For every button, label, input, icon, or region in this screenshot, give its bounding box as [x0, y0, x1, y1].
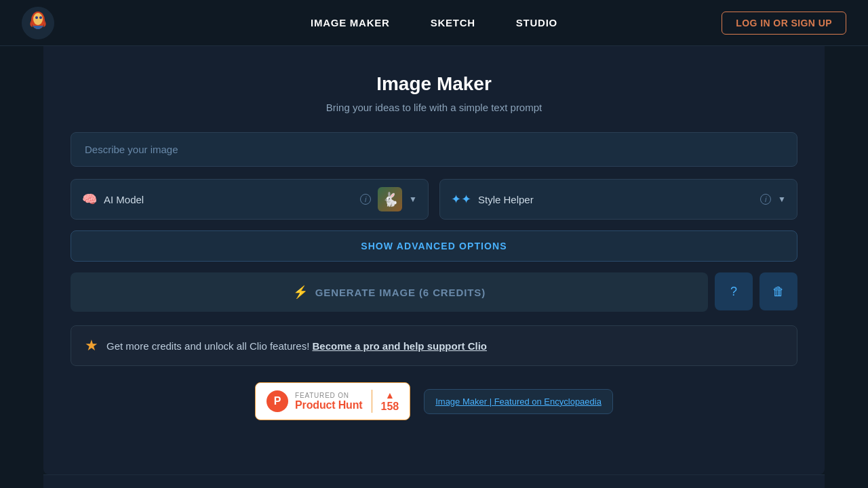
product-hunt-badge[interactable]: P FEATURED ON Product Hunt ▲ 158	[255, 382, 410, 420]
ai-model-chevron-icon: ▼	[409, 195, 417, 204]
tabs-bar: PUBLIC FEED YOUR CONTENT LIKES	[43, 474, 825, 488]
nav-image-maker[interactable]: IMAGE MAKER	[311, 17, 390, 28]
describe-input[interactable]	[71, 132, 797, 167]
promo-text: Get more credits and unlock all Clio fea…	[106, 340, 487, 352]
delete-button[interactable]: 🗑	[760, 272, 797, 310]
svg-point-4	[39, 16, 42, 19]
main-nav: IMAGE MAKER SKETCH STUDIO	[311, 17, 557, 28]
login-button[interactable]: LOG IN OR SIGN UP	[722, 12, 846, 35]
nav-sketch[interactable]: SKETCH	[431, 17, 475, 28]
style-helper-label: Style Helper	[478, 194, 753, 205]
help-button[interactable]: ?	[715, 272, 753, 310]
generate-row: ⚡ GENERATE IMAGE (6 CREDITS) ? 🗑	[71, 272, 797, 312]
svg-point-2	[33, 13, 43, 25]
page-subtitle: Bring your ideas to life with a simple t…	[71, 102, 797, 113]
page-title: Image Maker	[71, 73, 797, 95]
brain-icon: 🧠	[82, 192, 97, 207]
svg-point-3	[35, 16, 38, 19]
ph-number: 158	[380, 401, 399, 413]
tab-likes[interactable]: LIKES	[564, 475, 825, 488]
product-hunt-text: FEATURED ON Product Hunt	[295, 392, 362, 411]
style-helper-select[interactable]: ✦✦ Style Helper i ▼	[439, 179, 797, 220]
promo-link[interactable]: Become a pro and help support Clio	[312, 340, 487, 352]
encyclopaedia-link-text: Image Maker | Featured on Encyclopaedia	[435, 396, 601, 407]
ph-featured-label: FEATURED ON	[295, 392, 362, 399]
ph-count: ▲ 158	[372, 390, 399, 413]
trash-icon: 🗑	[772, 285, 785, 299]
ai-model-select[interactable]: 🧠 AI Model i 🐇 ▼	[71, 179, 429, 220]
style-helper-chevron-icon: ▼	[778, 195, 786, 204]
badges-row: P FEATURED ON Product Hunt ▲ 158 Image M…	[71, 382, 797, 420]
question-icon: ?	[730, 285, 737, 299]
tab-your-content[interactable]: YOUR CONTENT	[304, 475, 564, 488]
model-row: 🧠 AI Model i 🐇 ▼ ✦✦ Style Helper i ▼	[71, 179, 797, 220]
generate-button[interactable]: ⚡ GENERATE IMAGE (6 CREDITS)	[71, 272, 708, 312]
ai-model-label: AI Model	[104, 194, 353, 205]
logo[interactable]	[22, 7, 54, 39]
ph-arrow-icon: ▲	[385, 390, 395, 401]
model-avatar: 🐇	[378, 187, 402, 211]
sparkle-icon: ✦✦	[451, 192, 471, 207]
generate-label: GENERATE IMAGE (6 CREDITS)	[315, 287, 486, 298]
ai-model-info-icon: i	[360, 194, 371, 205]
navbar: IMAGE MAKER SKETCH STUDIO LOG IN OR SIGN…	[0, 0, 868, 46]
nav-studio[interactable]: STUDIO	[516, 17, 557, 28]
star-icon: ★	[85, 337, 98, 354]
encyclopaedia-badge[interactable]: Image Maker | Featured on Encyclopaedia	[424, 389, 613, 414]
main-panel: Image Maker Bring your ideas to life wit…	[43, 46, 825, 474]
advanced-options-button[interactable]: SHOW ADVANCED OPTIONS	[71, 230, 797, 262]
bolt-icon: ⚡	[293, 285, 309, 300]
product-hunt-logo: P	[267, 390, 288, 412]
promo-banner: ★ Get more credits and unlock all Clio f…	[71, 325, 797, 366]
style-helper-info-icon: i	[760, 194, 771, 205]
ph-name: Product Hunt	[295, 399, 362, 411]
tab-public-feed[interactable]: PUBLIC FEED	[43, 475, 304, 488]
